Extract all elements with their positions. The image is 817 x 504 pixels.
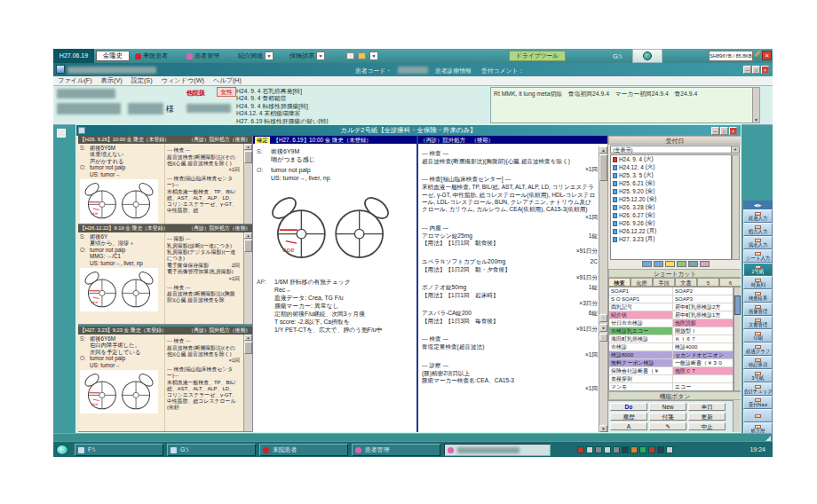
shortcut-tab[interactable]: 6 bbox=[719, 278, 741, 287]
chevron-down-icon[interactable]: ▼ bbox=[731, 146, 739, 153]
chevron-down-icon[interactable]: ▼ bbox=[265, 51, 274, 60]
date-list-item[interactable]: H26. 3.28 (金) bbox=[611, 203, 731, 211]
insurance-billing-dropdown[interactable]: 保険請求 ▼ bbox=[290, 50, 325, 62]
folder-icon[interactable] bbox=[358, 52, 366, 59]
minimize-icon[interactable]: — bbox=[743, 66, 751, 74]
entry-scrollbar[interactable]: ▲ bbox=[243, 232, 252, 324]
shortcut-cell[interactable]: 廿日市市検診 bbox=[609, 319, 673, 327]
shortcut-tab[interactable]: 文書 bbox=[675, 278, 697, 287]
scroll-up-icon[interactable]: ▲ bbox=[599, 146, 607, 154]
strip-button[interactable]: 2号紙 bbox=[743, 263, 773, 276]
network-globe-button[interactable] bbox=[632, 49, 662, 63]
taskbar-item-g-drive[interactable]: G:\ bbox=[167, 444, 256, 456]
function-button[interactable]: 更新 bbox=[688, 413, 726, 421]
jump-top-button[interactable]: ↑ bbox=[599, 314, 607, 322]
entry-scrollbar[interactable]: ▲ bbox=[243, 144, 252, 224]
shortcut-cell[interactable]: 海田町乳癌検診 bbox=[609, 335, 673, 343]
shortcut-cell[interactable]: 他医読影 bbox=[673, 319, 733, 327]
maximize-icon[interactable]: □ bbox=[720, 127, 728, 135]
menu-item[interactable]: 設定(S) bbox=[131, 76, 153, 85]
close-icon[interactable]: × bbox=[761, 66, 769, 74]
shortcut-cell[interactable]: SOAP1 bbox=[609, 287, 673, 295]
date-list-scrollbar[interactable] bbox=[732, 154, 740, 260]
tray-icon[interactable] bbox=[595, 446, 602, 453]
scroll-thumb[interactable] bbox=[599, 154, 607, 181]
shortcut-tab[interactable]: 検査 bbox=[608, 278, 631, 287]
tray-icon[interactable] bbox=[604, 446, 611, 453]
jump-bottom-button[interactable]: ↓ bbox=[599, 334, 607, 342]
tray-icon[interactable] bbox=[657, 446, 664, 453]
shortcut-cell[interactable]: 市検診 bbox=[609, 343, 673, 350]
tray-icon[interactable] bbox=[577, 446, 584, 453]
menu-item[interactable]: ファイル(F) bbox=[58, 76, 92, 85]
strip-nav-arrows[interactable]: ◀▶ bbox=[743, 201, 773, 209]
scroll-down-icon[interactable]: ▼ bbox=[599, 425, 607, 432]
date-list-item[interactable]: H24.12. 4 (火) bbox=[611, 163, 731, 171]
entry-scrollbar[interactable]: ▲ bbox=[243, 335, 252, 431]
orders-list[interactable]: --- 検査 ---超音波検査(断層撮影法)(胸腹部)(心臓 超音波検査を除く)… bbox=[422, 147, 598, 393]
date-list-item[interactable]: H25. 3. 5 (火) bbox=[611, 171, 731, 179]
history-entry[interactable]: 【H26. 9.26】10:00 金 隆史（未登録） （再診）院外処方（後期） … bbox=[78, 136, 252, 224]
color-chip-button[interactable] bbox=[654, 261, 663, 267]
function-button[interactable]: A bbox=[610, 422, 647, 430]
function-button[interactable]: 本日 bbox=[688, 403, 726, 411]
drive-tool-button[interactable]: ドライブツール bbox=[509, 51, 566, 61]
history-entry[interactable]: 【H27. 3.23】9:23 金 隆史（未登録） （再診）院外処方（後期） S… bbox=[78, 325, 252, 432]
strip-button[interactable]: 文書管理 bbox=[743, 316, 773, 329]
shortcut-cell[interactable]: マンモ bbox=[609, 383, 673, 390]
history-entry[interactable]: 【H26.12.22】9:19 金 隆史（未登録） （再診）院外処方（後期） S… bbox=[78, 224, 252, 325]
karte-titlebar[interactable]: カルテ2号紙【全診療科・全保険・外来のみ】 — □ × bbox=[76, 125, 741, 136]
color-chip-button[interactable] bbox=[642, 261, 652, 267]
menu-item[interactable]: ウィンドウ(W) bbox=[162, 76, 204, 85]
strip-button[interactable]: 特記事項 bbox=[743, 356, 773, 369]
shortcut-cell[interactable]: 府中町乳癌検診1方 bbox=[673, 311, 733, 319]
function-button[interactable]: 付箋 bbox=[649, 413, 686, 421]
strip-button[interactable]: 会計チェック bbox=[743, 382, 773, 396]
current-user[interactable]: 金隆史 bbox=[96, 51, 130, 61]
strip-button[interactable] bbox=[743, 409, 773, 422]
menu-item[interactable]: 表示(V) bbox=[101, 76, 123, 85]
strip-button[interactable]: 時系列 bbox=[743, 276, 773, 289]
shortcut-cell[interactable]: 保険会社診断書（￥ bbox=[609, 367, 673, 374]
shortcut-cell[interactable]: 血種穿刺 bbox=[609, 375, 673, 382]
comment-scrollbar[interactable] bbox=[752, 88, 759, 122]
strip-button[interactable]: 検査結果 bbox=[743, 289, 773, 303]
tray-icon[interactable] bbox=[631, 446, 638, 453]
tray-icon[interactable] bbox=[622, 446, 629, 453]
date-filter-combobox[interactable]: (全表示) ▼ bbox=[610, 146, 740, 154]
tray-icon[interactable] bbox=[613, 446, 620, 453]
color-chip-button[interactable] bbox=[677, 261, 686, 267]
shortcut-grid-scrollbar[interactable] bbox=[734, 287, 741, 391]
patient-comment-box[interactable]: Rt MMK, lt lung meta切除 骨塩初回24.9.4 マーカー初回… bbox=[490, 87, 760, 123]
strip-button[interactable]: 印刷 bbox=[743, 329, 773, 343]
date-list-item[interactable]: H25. 6.21 (金) bbox=[611, 179, 731, 187]
shortcut-cell[interactable]: SOAP2 bbox=[673, 287, 733, 295]
strip-button[interactable]: 処方入力 bbox=[743, 223, 773, 236]
shortcut-cell[interactable]: 市検診乳エコー bbox=[609, 327, 673, 335]
menu-item[interactable]: ヘルプ(H) bbox=[213, 76, 242, 85]
referral-dropdown[interactable]: 紹介関連 ▼ bbox=[238, 50, 274, 62]
color-chip-button[interactable] bbox=[688, 261, 698, 267]
function-button[interactable]: Do bbox=[610, 403, 647, 411]
date-list-item[interactable]: H25.12.20 (金) bbox=[611, 195, 731, 203]
function-button[interactable]: ✎ bbox=[649, 422, 686, 430]
date-list-item[interactable]: H25. 9.20 (金) bbox=[611, 187, 731, 195]
current-soap-block[interactable]: S: 術後6Y9M咽がつまる感じ O: tumor not palpUS: tu… bbox=[257, 148, 330, 182]
reception-date-list[interactable]: H24. 9. 4 (火) H24.12. 4 (火) H25. 3. 5 bbox=[610, 154, 732, 260]
shortcut-cell[interactable]: セカンドオピニオン bbox=[673, 351, 733, 358]
function-area-scrollbar[interactable] bbox=[733, 400, 741, 432]
minimized-window-icon[interactable] bbox=[57, 129, 66, 138]
tray-icon[interactable] bbox=[639, 446, 646, 453]
shortcut-cell[interactable] bbox=[673, 375, 733, 382]
shortcut-cell[interactable]: エコー bbox=[673, 383, 733, 390]
tray-icon[interactable] bbox=[666, 446, 673, 453]
shortcut-tab[interactable]: 手技 bbox=[653, 278, 675, 287]
shortcut-cell[interactable]: 開放型Ｉ bbox=[673, 327, 733, 335]
taskbar-item-visiting-patients[interactable]: 来院患者 bbox=[259, 444, 348, 456]
shortcut-cell[interactable]: 無料クーポン検診 bbox=[609, 359, 673, 366]
chevron-down-icon[interactable]: ▼ bbox=[369, 51, 378, 60]
color-chip-button[interactable] bbox=[700, 261, 710, 267]
date-list-item[interactable]: H27. 3.23 (月) bbox=[611, 235, 731, 243]
assessment-plan-block[interactable]: AP: 1/6M 肝転移の有無チェックRec→血液データ: Crea, TG F… bbox=[257, 278, 382, 334]
strip-button[interactable]: 病名入力 bbox=[743, 236, 773, 249]
